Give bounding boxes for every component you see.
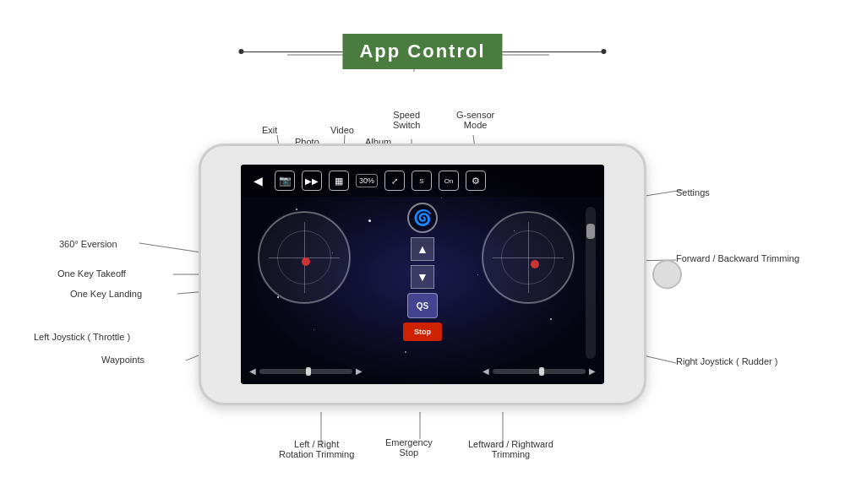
percent-display: 30% (356, 174, 378, 187)
waypoints-label: Waypoints (101, 355, 144, 365)
one-key-takeoff-label: One Key Takeoff (57, 268, 126, 279)
speed-switch-label: SpeedSwitch (393, 110, 420, 130)
title-line-right (503, 51, 604, 52)
svg-line-9 (139, 243, 207, 253)
vertical-slider[interactable] (586, 207, 596, 359)
video-icon-btn[interactable]: ▶▶ (302, 171, 322, 191)
emergency-stop-label: EmergencyStop (385, 437, 433, 458)
joystick-dot-right (531, 260, 539, 268)
phone-mockup: ◀ 📷 ▶▶ ▦ 30% ⤢ S On ⚙ 🌀 (199, 144, 646, 405)
down-arrow-btn[interactable]: ▼ (411, 265, 434, 289)
exit-label: Exit (262, 125, 277, 135)
left-joystick-label: Left Joystick ( Throttle ) (34, 332, 130, 342)
joystick-inner-right (501, 230, 555, 285)
back-button[interactable]: ◀ (248, 171, 268, 191)
phone-screen: ◀ 📷 ▶▶ ▦ 30% ⤢ S On ⚙ 🌀 (241, 165, 604, 384)
expand-icon-btn[interactable]: ⤢ (384, 171, 405, 191)
left-rotation-slider[interactable]: ◀ ▶ (249, 366, 363, 376)
eversion-label: 360° Eversion (59, 239, 117, 249)
left-joystick[interactable] (258, 211, 351, 304)
settings-label: Settings (676, 187, 710, 198)
camera-icon-btn[interactable]: 📷 (275, 171, 295, 191)
vertical-slider-thumb (586, 224, 595, 239)
joystick-dot-left (302, 257, 310, 266)
qs-btn[interactable]: QS (407, 293, 438, 318)
home-button[interactable] (652, 260, 682, 290)
title-container: App Control (238, 34, 606, 69)
right-joystick-label: Right Joystick ( Rudder ) (676, 356, 777, 366)
forward-backward-label: Forward / Backward Trimming (676, 253, 799, 263)
left-right-rotation-label: Left / RightRotation Trimming (279, 439, 354, 459)
right-joystick[interactable] (482, 211, 575, 304)
up-arrow-btn[interactable]: ▲ (411, 237, 434, 261)
speed-icon-btn[interactable]: S (412, 171, 432, 191)
title-dot-right (602, 49, 607, 54)
video-label: Video (330, 125, 354, 135)
title-box: App Control (342, 34, 502, 69)
stop-btn[interactable]: Stop (403, 322, 442, 341)
spiral-btn[interactable]: 🌀 (407, 203, 438, 233)
album-icon-btn[interactable]: ▦ (329, 171, 349, 191)
one-key-landing-label: One Key Landing (70, 289, 142, 299)
app-top-bar: ◀ 📷 ▶▶ ▦ 30% ⤢ S On ⚙ (241, 165, 604, 197)
bottom-sliders: ◀ ▶ ◀ ▶ (241, 366, 604, 376)
settings-icon-btn[interactable]: ⚙ (466, 171, 486, 191)
title-line-left (241, 51, 342, 52)
leftward-rightward-label: Leftward / RightwardTrimming (468, 439, 553, 459)
gsensor-label: G-sensorMode (456, 110, 494, 130)
on-icon-btn[interactable]: On (439, 171, 459, 191)
middle-controls: 🌀 ▲ ▼ QS Stop (403, 203, 442, 341)
leftward-rightward-slider[interactable]: ◀ ▶ (482, 366, 596, 376)
